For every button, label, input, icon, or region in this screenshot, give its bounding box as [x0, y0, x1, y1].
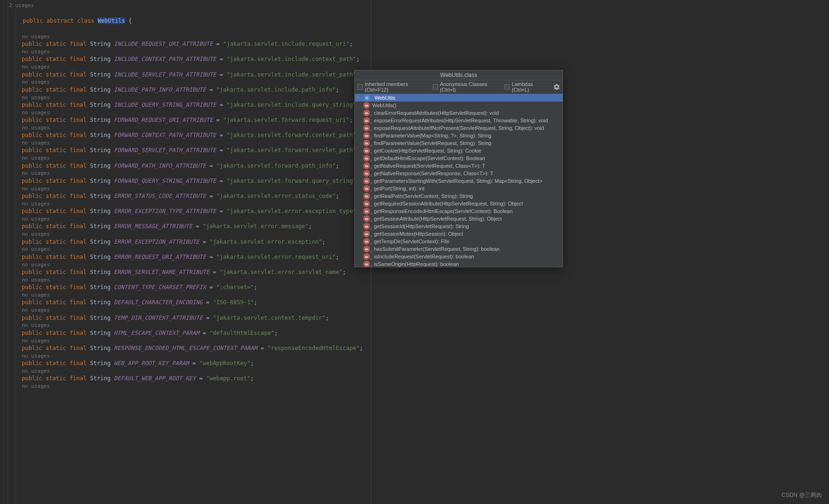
method-icon: m	[363, 223, 370, 230]
tree-member[interactable]: msexposeErrorRequestAttributes(HttpServl…	[355, 117, 563, 124]
member-label: exposeRequestAttributeIfNotPresent(Servl…	[374, 125, 544, 131]
method-icon: m	[363, 200, 370, 207]
method-icon: m	[363, 238, 370, 245]
usages-hint: no usages	[0, 33, 829, 40]
field-declaration: public static final String DEFAULT_WEB_A…	[0, 375, 829, 383]
field-declaration: public static final String ERROR_SERVLET…	[0, 268, 829, 276]
tree-member[interactable]: msgetCookie(HttpServletRequest, String):…	[355, 147, 563, 154]
tree-member[interactable]: msgetTempDir(ServletContext): File	[355, 238, 563, 245]
field-declaration: public static final String DEFAULT_CHARA…	[0, 299, 829, 307]
member-label: getDefaultHtmlEscape(ServletContext): Bo…	[374, 155, 485, 161]
method-icon: m	[363, 162, 370, 169]
method-icon: m	[363, 178, 370, 184]
method-icon: m	[363, 231, 370, 237]
abstract-modifier: a	[371, 98, 373, 102]
gutter-line	[8, 0, 8, 504]
field-declaration: public static final String CONTENT_TYPE_…	[0, 283, 829, 291]
structure-tree[interactable]: ▾ C a WebUtils mWebUtils()msclearErrorRe…	[355, 94, 563, 267]
method-icon: m	[363, 193, 370, 199]
usages-hint: 2 usages	[0, 2, 829, 9]
structure-popup[interactable]: WebUtils.class Inherited members (Ctrl+F…	[354, 70, 563, 267]
static-modifier: s	[370, 166, 372, 170]
static-modifier: s	[370, 219, 372, 222]
member-label: getResponseEncodedHtmlEscape(ServletCont…	[374, 208, 513, 214]
static-modifier: s	[370, 234, 372, 238]
usages-hint: no usages	[0, 307, 829, 314]
member-label: getParametersStartingWith(ServletRequest…	[374, 178, 542, 184]
static-modifier: s	[370, 265, 372, 267]
tree-member[interactable]: msgetDefaultHtmlEscape(ServletContext): …	[355, 154, 563, 162]
tree-member[interactable]: msfindParameterValue(Map<String, ?>, Str…	[355, 132, 563, 139]
member-label: getRequiredSessionAttribute(HttpServletR…	[374, 201, 523, 206]
tree-member[interactable]: msgetRealPath(ServletContext, String): S…	[355, 192, 563, 200]
keyword: public abstract class	[23, 17, 94, 24]
fold-indicator	[16, 9, 16, 504]
tree-member[interactable]: msgetSessionId(HttpServletRequest): Stri…	[355, 222, 563, 230]
member-label: getNativeRequest(ServletRequest, Class<T…	[374, 163, 486, 169]
member-label: getCookie(HttpServletRequest, String): C…	[374, 148, 481, 154]
static-modifier: s	[370, 113, 372, 117]
inherited-checkbox[interactable]: Inherited members (Ctrl+F12)	[358, 81, 428, 93]
method-icon: m	[363, 185, 370, 192]
anonymous-checkbox[interactable]: Anonymous Classes (Ctrl+I)	[433, 81, 500, 93]
static-modifier: s	[370, 227, 372, 230]
tree-root[interactable]: ▾ C a WebUtils	[355, 94, 563, 102]
method-icon: m	[363, 140, 370, 146]
member-label: findParameterValue(ServletRequest, Strin…	[374, 140, 492, 146]
static-modifier: s	[370, 257, 372, 260]
usages-hint: no usages	[0, 352, 829, 359]
tree-member[interactable]: mWebUtils()	[355, 102, 563, 109]
method-icon: m	[363, 125, 370, 131]
tree-member[interactable]: msgetSessionMutex(HttpSession): Object	[355, 230, 563, 238]
member-label: exposeErrorRequestAttributes(HttpServlet…	[374, 118, 548, 123]
member-label: findParameterValue(Map<String, ?>, Strin…	[374, 133, 492, 138]
method-icon: m	[363, 208, 370, 214]
usages-hint: no usages	[0, 367, 829, 375]
static-modifier: s	[370, 128, 372, 132]
member-label: hasSubmitParameter(ServletRequest, Strin…	[374, 246, 500, 252]
static-modifier: s	[370, 242, 372, 245]
tree-member[interactable]: msgetNativeResponse(ServletResponse, Cla…	[355, 170, 563, 177]
tree-member[interactable]: msgetNativeRequest(ServletRequest, Class…	[355, 162, 563, 170]
static-modifier: s	[370, 151, 372, 154]
method-icon: m	[363, 253, 370, 260]
tree-member[interactable]: msgetParametersStartingWith(ServletReque…	[355, 177, 563, 185]
member-label: getSessionAttribute(HttpServletRequest, …	[374, 216, 502, 222]
tree-member[interactable]: msgetResponseEncodedHtmlEscape(ServletCo…	[355, 207, 563, 215]
method-icon: m	[363, 132, 370, 139]
static-modifier: s	[370, 196, 372, 200]
collapse-icon[interactable]: ▾	[357, 95, 362, 100]
tree-member[interactable]: msisIncludeRequest(ServletRequest): bool…	[355, 253, 563, 260]
member-label: isSameOrigin(HttpRequest): boolean	[374, 261, 459, 267]
popup-title: WebUtils.class	[355, 70, 563, 80]
tree-member[interactable]: msexposeRequestAttributeIfNotPresent(Ser…	[355, 124, 563, 132]
field-declaration: public static final String RESPONSE_ENCO…	[0, 344, 829, 352]
member-label: getSessionId(HttpServletRequest): String	[374, 223, 469, 229]
field-declaration: public static final String WEB_APP_ROOT_…	[0, 359, 829, 367]
gear-icon[interactable]	[554, 84, 560, 90]
tree-member[interactable]: msgetRequiredSessionAttribute(HttpServle…	[355, 200, 563, 207]
popup-toolbar: Inherited members (Ctrl+F12) Anonymous C…	[355, 80, 563, 94]
class-icon: C	[364, 94, 370, 101]
usages-hint: no usages	[0, 322, 829, 329]
watermark: CSDN @三两肉	[781, 491, 822, 499]
tree-member[interactable]: msfindParameterValue(ServletRequest, Str…	[355, 139, 563, 147]
method-icon: m	[363, 117, 370, 124]
member-label: WebUtils()	[372, 103, 396, 108]
root-label: WebUtils	[375, 95, 395, 101]
tree-member[interactable]: msisSameOrigin(HttpRequest): boolean	[355, 260, 563, 267]
method-icon: m	[363, 102, 370, 109]
tree-member[interactable]: msgetPort(String, int): int	[355, 185, 563, 192]
tree-member[interactable]: msgetSessionAttribute(HttpServletRequest…	[355, 215, 563, 222]
method-icon: m	[363, 261, 370, 267]
field-declaration: public static final String INCLUDE_CONTE…	[0, 55, 829, 63]
static-modifier: s	[370, 189, 372, 192]
field-declaration: public static final String INCLUDE_REQUE…	[0, 40, 829, 48]
method-icon: m	[363, 246, 370, 252]
static-modifier: s	[370, 249, 372, 253]
static-modifier: s	[370, 159, 372, 162]
lambdas-checkbox[interactable]: Lambdas (Ctrl+L)	[504, 81, 549, 93]
tree-member[interactable]: mshasSubmitParameter(ServletRequest, Str…	[355, 245, 563, 253]
tree-member[interactable]: msclearErrorRequestAttributes(HttpServle…	[355, 109, 563, 117]
method-icon: m	[363, 215, 370, 222]
